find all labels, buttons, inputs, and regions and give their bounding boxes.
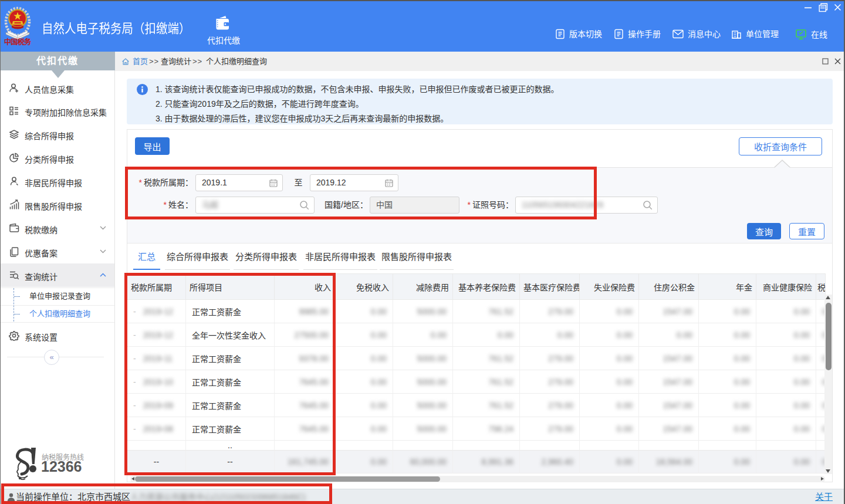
svg-text:中国税务: 中国税务 (4, 38, 32, 46)
